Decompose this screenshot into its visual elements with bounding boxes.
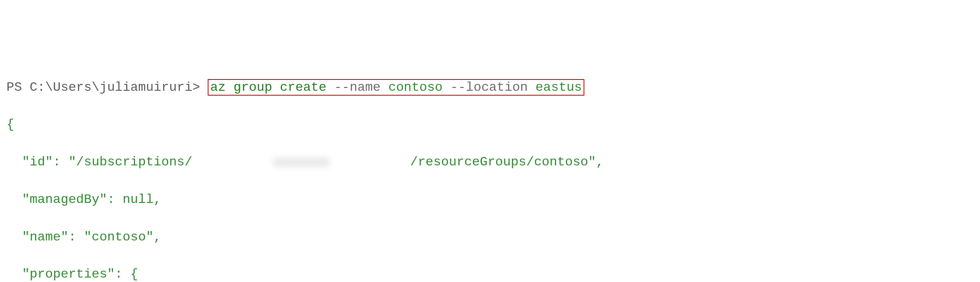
command-line: PS C:\Users\juliamuiruri> az group creat…	[6, 78, 974, 97]
cmd-token-eastus: eastus	[536, 80, 582, 95]
shell-prompt: PS C:\Users\juliamuiruri>	[6, 80, 200, 95]
cmd-token-az: az	[210, 80, 225, 95]
cmd-token-location: --location	[450, 80, 528, 95]
json-managedby-line: "managedBy": null,	[6, 190, 974, 209]
json-open-brace: {	[6, 115, 974, 134]
json-properties-open: "properties": {	[6, 265, 974, 282]
redacted-subscription-id	[192, 156, 410, 168]
cmd-token-name: --name	[334, 80, 381, 95]
highlighted-command: az group create --name contoso --locatio…	[208, 79, 584, 96]
cmd-token-create: create	[280, 80, 326, 95]
json-name-line: "name": "contoso",	[6, 228, 974, 246]
cmd-token-contoso: contoso	[388, 80, 442, 95]
cmd-token-group: group	[234, 80, 272, 95]
terminal-output: PS C:\Users\juliamuiruri> az group creat…	[6, 78, 974, 282]
json-id-line: "id": "/subscriptions//resourceGroups/co…	[6, 153, 974, 171]
